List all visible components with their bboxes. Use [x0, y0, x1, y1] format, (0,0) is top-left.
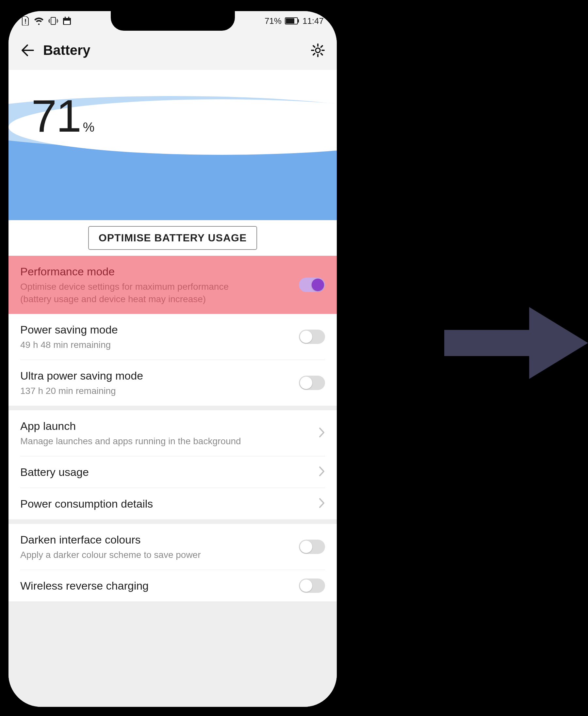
wifi-icon	[34, 17, 44, 25]
battery-wave-panel: 71%	[8, 70, 337, 220]
battery-icon	[285, 17, 299, 24]
battery-level-number: 71%	[31, 89, 94, 142]
modes-group: Performance mode Optimise device setting…	[8, 256, 337, 406]
calendar-icon	[63, 17, 71, 25]
ultra-power-saving-label: Ultra power saving mode	[20, 368, 292, 383]
svg-rect-6	[65, 17, 66, 19]
power-saving-mode-toggle[interactable]	[299, 330, 325, 344]
optimise-battery-button[interactable]: OPTIMISE BATTERY USAGE	[88, 226, 257, 250]
settings-button[interactable]	[309, 41, 327, 60]
status-time: 11:47	[302, 16, 324, 26]
extras-group: Darken interface colours Apply a darker …	[8, 524, 337, 601]
big-arrow-icon	[431, 294, 588, 393]
performance-mode-subtitle: Optimise device settings for maximum per…	[20, 280, 255, 306]
svg-rect-9	[286, 18, 294, 23]
optimise-wrap: OPTIMISE BATTERY USAGE	[8, 220, 337, 256]
darken-colours-label: Darken interface colours	[20, 532, 292, 547]
svg-rect-7	[68, 17, 69, 19]
power-consumption-label: Power consumption details	[20, 497, 312, 511]
wireless-reverse-charging-label: Wireless reverse charging	[20, 578, 292, 593]
gear-icon	[311, 43, 325, 58]
darken-colours-row[interactable]: Darken interface colours Apply a darker …	[8, 524, 337, 570]
app-launch-subtitle: Manage launches and apps running in the …	[20, 435, 255, 447]
svg-rect-10	[298, 19, 299, 23]
power-saving-mode-subtitle: 49 h 48 min remaining	[20, 339, 255, 351]
performance-mode-row[interactable]: Performance mode Optimise device setting…	[8, 256, 337, 314]
darken-colours-subtitle: Apply a darker colour scheme to save pow…	[20, 549, 255, 561]
chevron-right-icon	[318, 427, 325, 439]
page-title: Battery	[43, 42, 309, 58]
battery-level-value: 71	[31, 90, 81, 142]
links-group: App launch Manage launches and apps runn…	[8, 410, 337, 519]
performance-mode-label: Performance mode	[20, 264, 292, 279]
battery-usage-label: Battery usage	[20, 465, 312, 479]
back-button[interactable]	[18, 41, 37, 60]
vibrate-icon	[48, 17, 58, 25]
sim-alert-icon	[22, 16, 29, 25]
ultra-power-saving-subtitle: 137 h 20 min remaining	[20, 385, 255, 397]
wireless-reverse-charging-toggle[interactable]	[299, 578, 325, 593]
svg-rect-4	[63, 18, 71, 20]
wireless-reverse-charging-row[interactable]: Wireless reverse charging	[8, 570, 337, 601]
status-left	[22, 16, 71, 25]
svg-rect-1	[25, 23, 26, 23]
chevron-right-icon	[318, 466, 325, 478]
app-launch-row[interactable]: App launch Manage launches and apps runn…	[8, 410, 337, 456]
ultra-power-saving-row[interactable]: Ultra power saving mode 137 h 20 min rem…	[8, 360, 337, 406]
svg-rect-5	[64, 21, 70, 24]
header-bar: Battery	[8, 31, 337, 70]
battery-level-percent-symbol: %	[81, 120, 94, 134]
arrow-left-icon	[20, 43, 35, 58]
power-saving-mode-label: Power saving mode	[20, 322, 292, 337]
svg-rect-2	[51, 17, 56, 24]
status-battery-percent: 71%	[265, 16, 281, 26]
power-saving-mode-row[interactable]: Power saving mode 49 h 48 min remaining	[8, 314, 337, 360]
notch	[111, 11, 235, 31]
darken-colours-toggle[interactable]	[299, 540, 325, 554]
app-launch-label: App launch	[20, 419, 312, 433]
content-area: 71% OPTIMISE BATTERY USAGE Performance m…	[8, 70, 337, 707]
performance-mode-toggle[interactable]	[299, 278, 325, 292]
ultra-power-saving-toggle[interactable]	[299, 376, 325, 390]
battery-usage-row[interactable]: Battery usage	[8, 456, 337, 488]
svg-point-11	[316, 48, 320, 52]
power-consumption-row[interactable]: Power consumption details	[8, 488, 337, 519]
phone-frame: 71% 11:47 Battery 71% OPTIMISE BA	[8, 11, 337, 707]
svg-rect-0	[25, 19, 26, 22]
status-right: 71% 11:47	[265, 16, 324, 26]
chevron-right-icon	[318, 498, 325, 510]
